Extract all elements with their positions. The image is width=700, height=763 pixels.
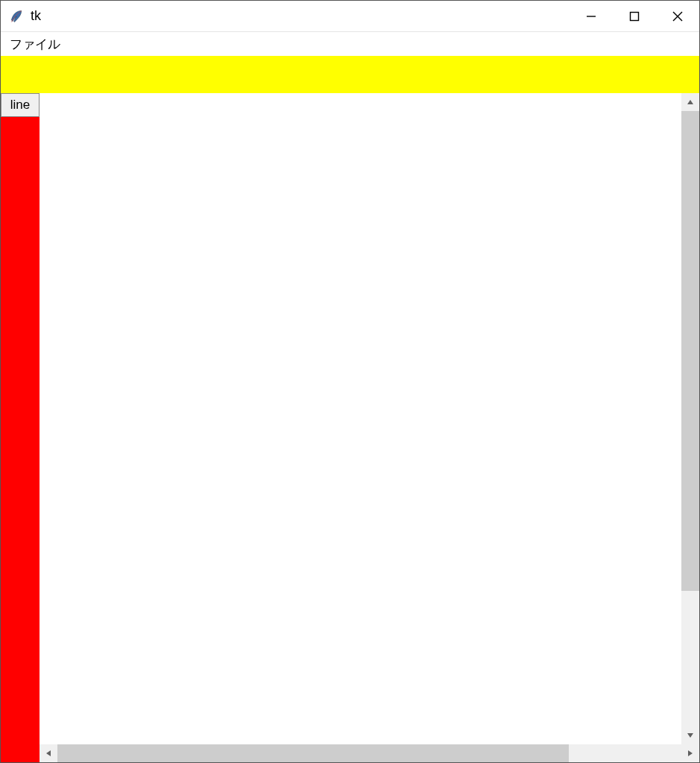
svg-rect-1 <box>631 12 639 20</box>
horizontal-scroll-track[interactable] <box>57 744 681 762</box>
horizontal-scrollbar[interactable] <box>40 744 699 762</box>
line-tool-button[interactable]: line <box>1 93 40 117</box>
minimize-button[interactable] <box>570 1 613 31</box>
app-window: tk ファイル line <box>0 0 700 763</box>
vertical-scroll-track[interactable] <box>681 111 699 726</box>
vertical-scroll-thumb[interactable] <box>681 111 699 591</box>
scroll-left-arrow-icon[interactable] <box>40 744 57 762</box>
app-feather-icon <box>8 8 25 25</box>
window-title: tk <box>31 8 41 24</box>
content-area: line <box>1 93 699 762</box>
window-controls <box>570 1 699 31</box>
menu-file[interactable]: ファイル <box>5 34 65 54</box>
vertical-scrollbar[interactable] <box>681 93 699 744</box>
scroll-up-arrow-icon[interactable] <box>681 93 699 111</box>
maximize-button[interactable] <box>613 1 656 31</box>
close-button[interactable] <box>656 1 699 31</box>
drawing-canvas[interactable] <box>40 93 681 744</box>
canvas-container <box>40 93 699 762</box>
title-bar[interactable]: tk <box>1 1 699 32</box>
horizontal-scroll-thumb[interactable] <box>57 744 569 762</box>
scroll-right-arrow-icon[interactable] <box>681 744 699 762</box>
side-tool-panel: line <box>1 93 40 762</box>
top-yellow-bar <box>1 56 699 93</box>
scroll-down-arrow-icon[interactable] <box>681 726 699 744</box>
canvas-row <box>40 93 699 744</box>
menu-bar: ファイル <box>1 32 699 56</box>
